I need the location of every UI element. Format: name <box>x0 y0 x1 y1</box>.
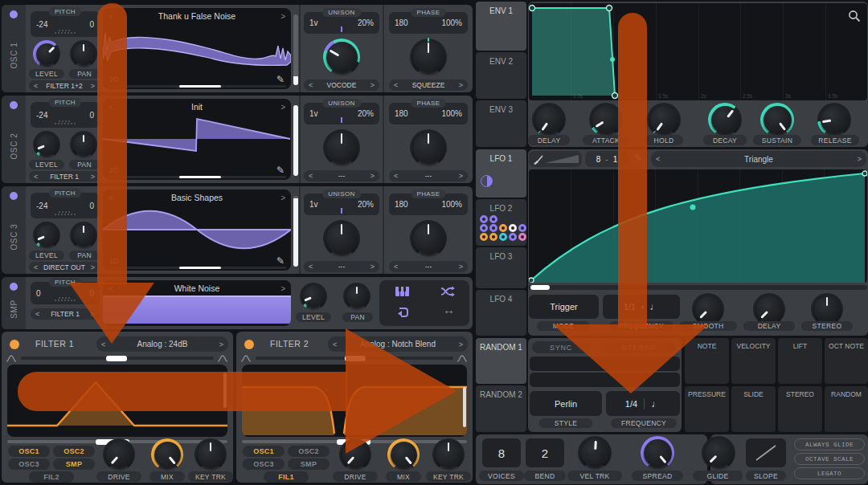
paint-brush-icon[interactable] <box>533 154 543 165</box>
random-sync-button[interactable]: SYNC <box>532 341 590 353</box>
env-sustain-knob[interactable] <box>760 103 794 137</box>
legato-toggle[interactable]: LEGATO <box>794 467 865 479</box>
tab-lfo1[interactable]: LFO 1 <box>476 149 526 198</box>
env-release-knob[interactable] <box>817 103 851 137</box>
random-phase-shuffle-icon[interactable] <box>440 286 455 297</box>
filter1-input-osc3[interactable]: OSC3 <box>8 459 50 470</box>
random-display-bottom[interactable] <box>530 373 680 387</box>
filter2-input-fil1[interactable]: FIL1 <box>264 471 309 483</box>
osc2-tab[interactable]: OSC 2 <box>2 96 26 183</box>
filter2-resonance-handle[interactable] <box>463 387 466 427</box>
osc1-pan-knob[interactable] <box>70 40 97 67</box>
lfo-smooth-knob[interactable] <box>692 293 724 325</box>
smp-pan-knob[interactable] <box>343 283 371 310</box>
filter2-input-osc3[interactable]: OSC3 <box>243 459 285 470</box>
filter1-input-smp[interactable]: SMP <box>53 459 95 470</box>
lfo-shape-selector[interactable]: <Triangle> <box>651 151 866 167</box>
filter2-input-osc1[interactable]: OSC1 <box>243 446 285 457</box>
always-glide-toggle[interactable]: ALWAYS GLIDE <box>794 438 865 450</box>
osc1-2d-toggle[interactable]: 2D <box>109 75 119 84</box>
env-decay-knob[interactable] <box>708 103 742 137</box>
mod-slide[interactable]: SLIDE <box>731 386 776 432</box>
filter1-mix-knob[interactable] <box>151 438 183 471</box>
mod-note[interactable]: NOTE <box>685 338 729 384</box>
osc2-pan-knob[interactable] <box>70 131 97 158</box>
filter1-display[interactable] <box>7 365 227 437</box>
tab-lfo4[interactable]: LFO 4 <box>476 290 526 336</box>
osc3-tab[interactable]: OSC 3 <box>2 186 26 274</box>
osc2-level-knob[interactable] <box>33 131 60 158</box>
glide-knob[interactable] <box>702 436 735 470</box>
mod-octnote[interactable]: OCT NOTE <box>825 338 868 384</box>
osc3-knob-a-selector[interactable]: <---> <box>304 261 379 272</box>
osc1-wave-display[interactable]: < Thank u False Noise > 2D ✎ <box>103 8 291 89</box>
mod-random[interactable]: RANDOM <box>825 386 868 432</box>
lfo-paint-box[interactable] <box>529 151 582 167</box>
osc1-tab[interactable]: OSC 1 <box>2 5 26 92</box>
osc1-knob-b-selector[interactable]: <SQUEEZE> <box>389 79 468 91</box>
filter2-power-dot[interactable] <box>244 340 254 349</box>
filter2-input-smp[interactable]: SMP <box>288 459 330 470</box>
osc1-knob-a-selector[interactable]: <VOCODE> <box>304 79 379 91</box>
osc1-level-knob[interactable] <box>33 40 60 67</box>
veltrk-knob[interactable] <box>578 436 612 470</box>
osc3-edit-pencil-icon[interactable]: ✎ <box>276 255 285 267</box>
smp-routing[interactable]: <FILTER 1> <box>31 308 100 320</box>
osc3-knob-a[interactable] <box>323 220 360 257</box>
osc1-squeeze-knob[interactable] <box>410 39 447 75</box>
osc2-wave-display[interactable]: < Init > 2D ✎ <box>103 99 291 180</box>
osc2-frame-scrollbar[interactable] <box>108 176 286 179</box>
osc1-frame-slider[interactable] <box>293 14 298 85</box>
osc3-phase-box[interactable]: 180PHASE100% <box>389 194 468 215</box>
osc2-knob-a[interactable] <box>323 129 360 166</box>
spread-knob[interactable] <box>641 436 674 470</box>
smp-level-knob[interactable] <box>300 283 327 310</box>
osc2-knob-b[interactable] <box>410 129 447 166</box>
osc2-phase-box[interactable]: 180PHASE100% <box>389 103 468 124</box>
osc1-transpose[interactable]: -24 <box>36 20 47 29</box>
zoom-magnifier-icon[interactable] <box>848 10 861 22</box>
lfo-pen-icon[interactable]: ✎ <box>634 153 641 163</box>
osc1-wave-prev[interactable]: < <box>108 12 113 21</box>
osc2-wave-name[interactable]: Init <box>191 102 203 112</box>
env-hold-knob[interactable] <box>647 103 681 137</box>
tab-random2[interactable]: RANDOM 2 <box>476 385 526 432</box>
filter2-blend-slider[interactable] <box>256 357 453 360</box>
osc3-knob-b[interactable] <box>410 220 447 257</box>
osc1-routing[interactable]: <FILTER 1+2> <box>29 80 100 91</box>
filter1-power-dot[interactable] <box>10 340 19 349</box>
osc3-2d-toggle[interactable]: 2D <box>109 257 119 265</box>
tab-env1[interactable]: ENV 1 <box>476 2 526 51</box>
mod-velocity[interactable]: VELOCITY <box>731 338 776 384</box>
filter1-resonance-handle[interactable] <box>223 373 227 408</box>
filter2-input-osc2[interactable]: OSC2 <box>288 446 330 457</box>
mod-lift[interactable]: LIFT <box>778 338 822 384</box>
osc3-unison-box[interactable]: 1vUNISON20% <box>304 194 379 215</box>
osc2-frame-slider[interactable] <box>293 105 298 176</box>
lfo-mode-box[interactable]: Trigger <box>529 295 599 319</box>
osc3-level-knob[interactable] <box>33 222 60 249</box>
tab-env2[interactable]: ENV 2 <box>476 52 526 99</box>
osc3-pitch-box[interactable]: -24PITCH0 <box>31 193 100 218</box>
smp-display[interactable]: < White Noise > <box>103 280 291 326</box>
osc3-power-dot[interactable] <box>10 192 18 200</box>
filter1-input-osc1[interactable]: OSC1 <box>8 446 50 457</box>
random-style-box[interactable]: Perlin <box>530 391 602 416</box>
osc1-frame-scrollbar[interactable] <box>108 85 286 88</box>
osc3-wave-name[interactable]: Basic Shapes <box>171 193 223 202</box>
filter1-input-fil2[interactable]: FIL2 <box>29 471 74 483</box>
lfo-display[interactable] <box>529 169 867 283</box>
env-display[interactable]: 0.5s 1s 1.5s 2s 2.5s 3s 3.5s <box>529 3 867 100</box>
filter2-model-selector[interactable]: <Analog : Notch Blend> <box>328 336 468 352</box>
osc3-routing[interactable]: <DIRECT OUT> <box>29 262 100 272</box>
osc2-edit-pencil-icon[interactable]: ✎ <box>276 165 285 176</box>
tab-random1[interactable]: RANDOM 1 <box>476 338 526 384</box>
osc1-edit-pencil-icon[interactable]: ✎ <box>276 74 285 85</box>
octave-scale-toggle[interactable]: OCTAVE SCALE <box>794 453 865 465</box>
tab-env3[interactable]: ENV 3 <box>476 100 526 147</box>
slope-display[interactable] <box>746 438 786 467</box>
mod-stereo[interactable]: STEREO <box>778 386 822 432</box>
lfo-freq-box[interactable]: 1/1 ♩ <box>603 295 680 319</box>
osc2-power-dot[interactable] <box>10 101 18 109</box>
filter1-drive-knob[interactable] <box>103 438 135 471</box>
